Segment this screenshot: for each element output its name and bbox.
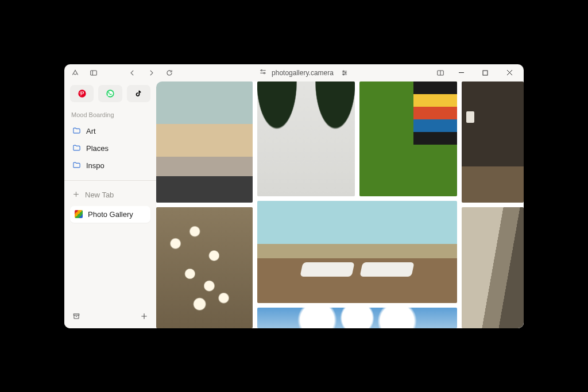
back-button[interactable] [126, 67, 139, 79]
new-tab-label: New Tab [85, 191, 114, 199]
sidebar-footer [70, 305, 150, 323]
window-close[interactable] [500, 65, 519, 80]
sidebar-section-label: Mood Boarding [71, 111, 149, 118]
sidebar-divider [64, 180, 156, 181]
window-body: Mood Boarding Art Places Inspo New Tab P… [64, 81, 524, 328]
svg-point-20 [78, 90, 86, 97]
gallery-image[interactable] [257, 201, 457, 303]
window-maximize[interactable] [475, 65, 495, 80]
gallery-image[interactable] [257, 81, 355, 196]
pinned-tiktok[interactable] [127, 85, 150, 102]
new-tab-button[interactable]: New Tab [70, 187, 150, 204]
folder-inspo[interactable]: Inspo [70, 157, 150, 174]
svg-point-13 [343, 73, 344, 75]
window-minimize[interactable] [451, 65, 471, 80]
svg-point-12 [345, 72, 346, 73]
url-text: photogallery.camera [272, 69, 334, 77]
pinned-pinterest[interactable] [70, 85, 94, 102]
folder-icon [72, 161, 81, 171]
folder-icon [72, 143, 81, 154]
folder-label: Places [86, 144, 109, 153]
gallery-image[interactable] [462, 81, 524, 203]
page-content [156, 81, 524, 328]
folder-places[interactable]: Places [70, 140, 150, 157]
pinned-apps-row [70, 85, 150, 102]
reload-button[interactable] [163, 67, 176, 79]
archive-icon[interactable] [70, 310, 83, 323]
add-space-icon[interactable] [138, 310, 150, 323]
folder-label: Inspo [86, 161, 105, 170]
titlebar: photogallery.camera [64, 64, 524, 81]
tab-label: Photo Gallery [88, 210, 133, 219]
gallery-image[interactable] [257, 308, 457, 328]
svg-rect-17 [483, 71, 488, 75]
page-settings-icon[interactable] [338, 67, 351, 79]
browser-window: photogallery.camera [64, 64, 524, 328]
split-view-icon[interactable] [434, 67, 447, 79]
sidebar-toggle-icon[interactable] [87, 67, 100, 79]
folder-label: Art [86, 127, 96, 135]
plus-icon [72, 191, 80, 200]
svg-point-5 [264, 72, 265, 73]
arc-logo-icon[interactable] [69, 67, 82, 79]
gallery-image[interactable] [359, 81, 457, 196]
sidebar: Mood Boarding Art Places Inspo New Tab P… [64, 81, 156, 328]
svg-rect-24 [74, 313, 79, 315]
svg-rect-0 [91, 70, 97, 75]
svg-point-11 [343, 71, 344, 72]
forward-button[interactable] [145, 67, 157, 79]
gallery-image[interactable] [156, 207, 253, 328]
gallery-image[interactable] [462, 207, 524, 328]
site-settings-icon[interactable] [259, 68, 267, 77]
pinned-whatsapp[interactable] [98, 85, 122, 102]
svg-point-2 [261, 70, 262, 71]
address-bar[interactable]: photogallery.camera [259, 68, 334, 77]
folder-icon [72, 126, 81, 137]
tab-photo-gallery[interactable]: Photo Gallery [70, 206, 150, 223]
photo-grid [156, 81, 524, 328]
tab-favicon-icon [75, 210, 83, 218]
folder-art[interactable]: Art [70, 123, 150, 140]
gallery-image[interactable] [156, 81, 253, 203]
